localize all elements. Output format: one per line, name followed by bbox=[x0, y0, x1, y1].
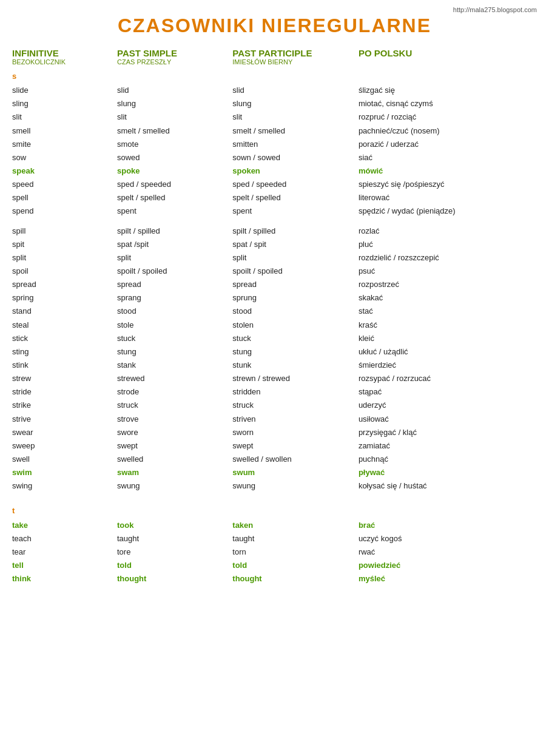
past-simple-cell: sowed bbox=[117, 151, 232, 164]
section-spacer bbox=[12, 493, 537, 501]
past-participle-cell: swelled / swollen bbox=[232, 453, 359, 466]
infinitive-cell: stride bbox=[12, 385, 117, 399]
past-simple-cell: stood bbox=[117, 305, 232, 318]
past-simple-cell: spread bbox=[117, 278, 232, 291]
polish-cell: zamiatać bbox=[359, 439, 537, 453]
main-title: CZASOWNIKI NIEREGULARNE bbox=[12, 15, 537, 37]
past-participle-cell: stood bbox=[232, 305, 359, 318]
past-simple-cell: swelled bbox=[117, 453, 232, 466]
table-row: strewstrewedstrewn / strewedrozsypać / r… bbox=[12, 372, 537, 385]
section-letter-row: s bbox=[12, 67, 537, 84]
past-participle-cell: stung bbox=[232, 345, 359, 359]
table-row: teartoretornrwać bbox=[12, 545, 537, 559]
polish-cell: rozdzielić / rozszczepić bbox=[359, 251, 537, 265]
past-participle-cell: strewn / strewed bbox=[232, 372, 359, 385]
past-participle-cell: stridden bbox=[232, 385, 359, 399]
past-participle-cell: smitten bbox=[232, 138, 359, 151]
past-simple-cell: took bbox=[117, 519, 232, 532]
polish-cell: brać bbox=[359, 519, 537, 532]
table-row: teachtaughttaughtuczyć kogoś bbox=[12, 532, 537, 545]
table-row: sweepsweptsweptzamiatać bbox=[12, 439, 537, 453]
polish-cell: spieszyć się /pośpieszyć bbox=[359, 178, 537, 191]
table-row: strivestrovestrivenusiłować bbox=[12, 413, 537, 426]
past-simple-cell: stank bbox=[117, 359, 232, 372]
table-row: speakspokespokenmówić bbox=[12, 164, 537, 178]
polish-cell: pływać bbox=[359, 466, 537, 479]
infinitive-cell: strive bbox=[12, 413, 117, 426]
table-row: smitesmotesmittenporazić / uderzać bbox=[12, 138, 537, 151]
table-row: swingswungswungkołysać się / huśtać bbox=[12, 479, 537, 493]
table-row: slideslidslidślizgać się bbox=[12, 84, 537, 97]
infinitive-cell: speed bbox=[12, 178, 117, 191]
table-row: telltoldtoldpowiedzieć bbox=[12, 559, 537, 572]
table-wrapper: INFINITIVE BEZOKOLICZNIK PAST SIMPLE CZA… bbox=[12, 48, 537, 586]
table-row: swimswamswumpływać bbox=[12, 466, 537, 479]
table-row: spellspelt / spelledspelt / spelledliter… bbox=[12, 191, 537, 204]
past-simple-cell: smote bbox=[117, 138, 232, 151]
past-participle-cell: spelt / spelled bbox=[232, 191, 359, 204]
col-header-infinitive: INFINITIVE BEZOKOLICZNIK bbox=[12, 48, 117, 67]
table-row: stingstungstungukłuć / użądlić bbox=[12, 345, 537, 359]
infinitive-cell: speak bbox=[12, 164, 117, 178]
infinitive-cell: sling bbox=[12, 97, 117, 110]
col-header-past-participle: PAST PARTICIPLE IMIESŁÓW BIERNY bbox=[232, 48, 359, 67]
polish-cell: powiedzieć bbox=[359, 559, 537, 572]
infinitive-cell: strew bbox=[12, 372, 117, 385]
polish-cell: rwać bbox=[359, 545, 537, 559]
past-participle-cell: spilt / spilled bbox=[232, 224, 359, 238]
table-row: splitsplitsplitrozdzielić / rozszczepić bbox=[12, 251, 537, 265]
infinitive-cell: swell bbox=[12, 453, 117, 466]
past-participle-cell: swung bbox=[232, 479, 359, 493]
infinitive-cell: spoil bbox=[12, 265, 117, 278]
polish-cell: rozpruć / rozciąć bbox=[359, 110, 537, 124]
infinitive-cell: split bbox=[12, 251, 117, 265]
past-simple-cell: strode bbox=[117, 385, 232, 399]
infinitive-cell: smite bbox=[12, 138, 117, 151]
section-letter-s: s bbox=[12, 67, 537, 84]
polish-cell: ukłuć / użądlić bbox=[359, 345, 537, 359]
polish-cell: uczyć kogoś bbox=[359, 532, 537, 545]
table-row: stealstolestolenkraść bbox=[12, 319, 537, 332]
past-participle-cell: spread bbox=[232, 278, 359, 291]
past-participle-cell: taught bbox=[232, 532, 359, 545]
past-participle-cell: split bbox=[232, 251, 359, 265]
table-row: swearsworeswornprzysięgać / kląć bbox=[12, 426, 537, 439]
polish-cell: śmierdzieć bbox=[359, 359, 537, 372]
past-simple-cell: stole bbox=[117, 319, 232, 332]
table-row: thinkthoughtthoughtmyśleć bbox=[12, 572, 537, 586]
past-simple-cell: spoke bbox=[117, 164, 232, 178]
table-row: spillspilt / spilledspilt / spilledrozla… bbox=[12, 224, 537, 238]
infinitive-cell: spend bbox=[12, 204, 117, 218]
polish-cell: miotać, cisnąć czymś bbox=[359, 97, 537, 110]
polish-cell: rozsypać / rozrzucać bbox=[359, 372, 537, 385]
past-simple-cell: slid bbox=[117, 84, 232, 97]
table-row: spoilspoilt / spoiledspoilt / spoiledpsu… bbox=[12, 265, 537, 278]
watermark: http://mala275.blogspot.com bbox=[12, 6, 537, 13]
past-simple-cell: told bbox=[117, 559, 232, 572]
header-row: INFINITIVE BEZOKOLICZNIK PAST SIMPLE CZA… bbox=[12, 48, 537, 67]
main-table: INFINITIVE BEZOKOLICZNIK PAST SIMPLE CZA… bbox=[12, 48, 537, 586]
past-participle-cell: smelt / smelled bbox=[232, 124, 359, 138]
past-participle-cell: spoilt / spoiled bbox=[232, 265, 359, 278]
polish-cell: spędzić / wydać (pieniądze) bbox=[359, 204, 537, 218]
infinitive-cell: slide bbox=[12, 84, 117, 97]
table-row: taketooktakenbrać bbox=[12, 519, 537, 532]
polish-cell: rozlać bbox=[359, 224, 537, 238]
table-row: speedsped / speededsped / speededspieszy… bbox=[12, 178, 537, 191]
past-participle-cell: thought bbox=[232, 572, 359, 586]
past-participle-cell: swum bbox=[232, 466, 359, 479]
polish-cell: pluć bbox=[359, 238, 537, 251]
polish-cell: przysięgać / kląć bbox=[359, 426, 537, 439]
past-simple-cell: swam bbox=[117, 466, 232, 479]
polish-cell: ślizgać się bbox=[359, 84, 537, 97]
past-simple-cell: smelt / smelled bbox=[117, 124, 232, 138]
past-simple-cell: struck bbox=[117, 399, 232, 412]
infinitive-cell: spread bbox=[12, 278, 117, 291]
table-row: springsprangsprungskakać bbox=[12, 291, 537, 305]
polish-cell: kraść bbox=[359, 319, 537, 332]
table-row: smellsmelt / smelledsmelt / smelledpachn… bbox=[12, 124, 537, 138]
past-simple-cell: spat /spit bbox=[117, 238, 232, 251]
polish-cell: mówić bbox=[359, 164, 537, 178]
polish-cell: stąpać bbox=[359, 385, 537, 399]
infinitive-cell: think bbox=[12, 572, 117, 586]
